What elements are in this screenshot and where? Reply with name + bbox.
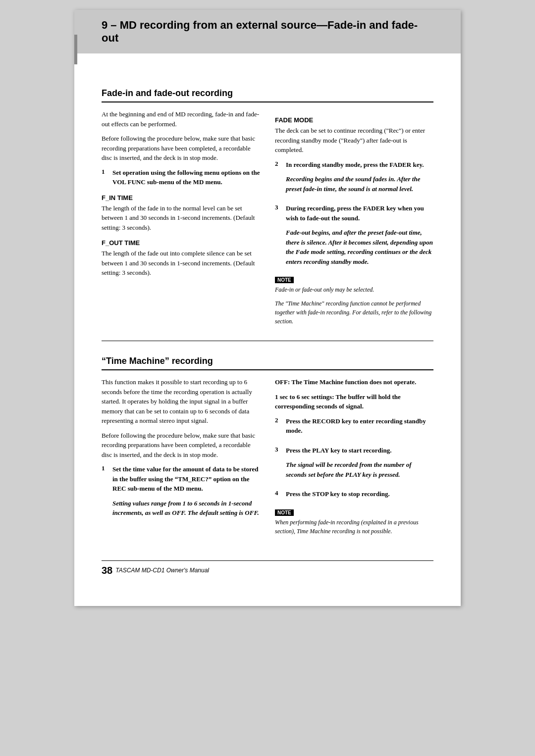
s2-step2-bold: Press the RECORD key to enter recording … [286,416,433,436]
section2-left: This function makes it possible to start… [102,377,260,541]
section1-step2: 2 In recording standby mode, press the F… [275,160,433,199]
step3-bold: During recording, press the FADER key wh… [286,203,433,223]
step2-bold: In recording standby mode, press the FAD… [286,160,433,170]
section2-note1: When performing fade-in recording (expla… [275,518,433,536]
s2-step4-bold: Press the STOP key to stop recording. [286,489,433,499]
right-off-bold: OFF: The Time Machine function does not … [275,377,433,387]
subhead-fout: F_OUT TIME [102,239,260,247]
section2-right: OFF: The Time Machine function does not … [275,377,433,541]
right-1to6-bold: 1 sec to 6 sec settings: The buffer will… [275,392,433,411]
footer-text: TASCAM MD-CD1 Owner's Manual [115,567,209,574]
chapter-title: 9 – MD recording from an external source… [102,19,433,45]
section1-content: At the beginning and end of MD recording… [102,109,433,331]
section1-note2: The "Time Machine" recording function ca… [275,299,433,326]
section1-right: Fade Mode The deck can be set to continu… [275,109,433,331]
s2-step1-bold: Set the time value for the amount of dat… [112,464,260,494]
footer: 38 TASCAM MD-CD1 Owner's Manual [102,560,433,576]
subhead-fin: F_IN TIME [102,194,260,202]
step2-content: In recording standby mode, press the FAD… [286,160,433,199]
section1-title: Fade-in and fade-out recording [102,88,433,102]
footer-page-num: 38 [102,565,112,576]
section1-note-box: NOTE [275,276,433,283]
s2-step3-bold: Press the PLAY key to start recording. [286,446,433,455]
section2-step4: 4 Press the STOP key to stop recording. [275,489,433,504]
page: 9 – MD recording from an external source… [74,10,461,606]
section2-content: This function makes it possible to start… [102,377,433,541]
section2-step3: 3 Press the PLAY key to start recording.… [275,446,433,485]
left-bar [74,35,77,64]
section2-intro1: This function makes it possible to start… [102,377,260,426]
section2-title: “Time Machine” recording [102,356,433,370]
step1-bold: Set operation using the following menu o… [112,169,260,186]
section2-intro2: Before following the procedure below, ma… [102,431,260,460]
s2-step1-italic: Setting values range from 1 to 6 seconds… [112,499,260,518]
section2-note-box: NOTE [275,509,433,516]
section1-intro1: At the beginning and end of MD recording… [102,109,260,129]
page-inner: Fade-in and fade-out recording At the be… [74,53,461,606]
fin-text: The length of the fade in to the normal … [102,203,260,233]
s2-step1-num: 1 [102,464,108,523]
step3-content: During recording, press the FADER key wh… [286,203,433,271]
s2-step4-num: 4 [275,489,282,504]
s2-step3-num: 3 [275,446,282,485]
s2-step2-num: 2 [275,416,282,441]
step2-num: 2 [275,160,282,199]
step1-num: 1 [102,168,108,187]
s2-step2-content: Press the RECORD key to enter recording … [286,416,433,441]
s2-step3-content: Press the PLAY key to start recording. T… [286,446,433,485]
chapter-header: 9 – MD recording from an external source… [74,10,461,53]
step1-content: Set operation using the following menu o… [112,168,260,187]
s2-step4-content: Press the STOP key to stop recording. [286,489,433,504]
s2-step3-italic: The signal will be recorded from the num… [286,460,433,479]
note2-label: NOTE [275,509,294,516]
section1-step3: 3 During recording, press the FADER key … [275,203,433,271]
right-fade-text: The deck can be set to continue recordin… [275,126,433,155]
step3-num: 3 [275,203,282,271]
section2-step2: 2 Press the RECORD key to enter recordin… [275,416,433,441]
right-subhead-fade: Fade Mode [275,116,433,124]
section1-intro2: Before following the procedure below, ma… [102,134,260,163]
section1-step1: 1 Set operation using the following menu… [102,168,260,187]
fout-text: The length of the fade out into complete… [102,249,260,278]
note1-label: NOTE [275,277,294,283]
s2-step1-content: Set the time value for the amount of dat… [112,464,260,523]
section1-note1: Fade-in or fade-out only may be selected… [275,285,433,294]
section2-step1: 1 Set the time value for the amount of d… [102,464,260,523]
section1-left: At the beginning and end of MD recording… [102,109,260,331]
step2-italic: Recording begins and the sound fades in.… [286,174,433,194]
section-divider [102,341,433,341]
step3-italic: Fade-out begins, and after the preset fa… [286,228,433,266]
